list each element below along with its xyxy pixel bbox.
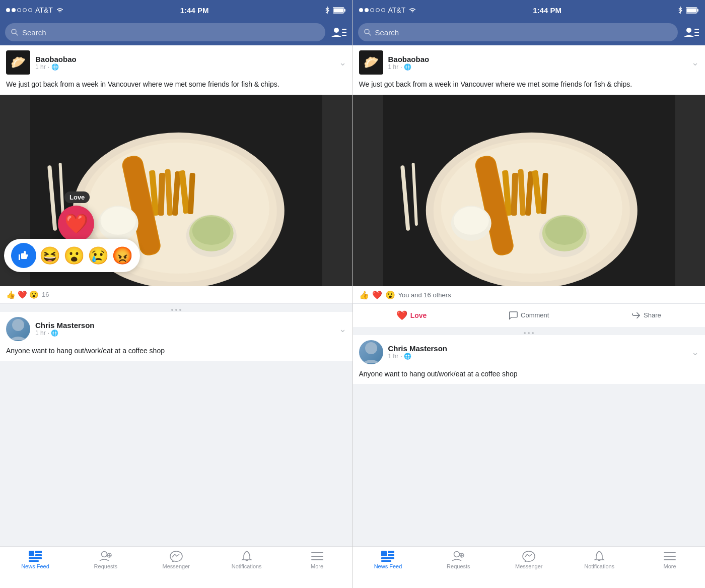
requests-icon-left xyxy=(99,551,112,562)
tab-label-news-feed-right: News Feed xyxy=(374,563,402,569)
post1-chevron-left[interactable]: ⌄ xyxy=(339,57,346,68)
signal-dots xyxy=(6,8,32,12)
status-bar-right: AT&T 1:44 PM xyxy=(353,0,706,20)
profile-icon-right[interactable] xyxy=(682,23,700,41)
post1-time-left: 1 hr · 🌐 xyxy=(35,63,77,71)
post2-left: Chris Masterson 1 hr · 🌐 ⌄ Anyone want t… xyxy=(0,312,352,361)
tab-requests-right[interactable]: Requests xyxy=(423,551,494,569)
share-btn-right[interactable]: Share xyxy=(588,306,705,325)
sep-dot1 xyxy=(171,309,173,311)
svg-point-6 xyxy=(334,28,339,33)
tab-news-feed-right[interactable]: News Feed xyxy=(353,551,424,569)
notifications-icon-left xyxy=(241,551,252,562)
post2-chevron-left[interactable]: ⌄ xyxy=(339,323,346,335)
news-feed-icon-right xyxy=(381,551,394,562)
svg-rect-45 xyxy=(697,9,698,12)
tab-more-left[interactable]: More xyxy=(282,551,352,569)
svg-rect-35 xyxy=(29,560,39,562)
dots-separator-right xyxy=(353,331,706,335)
post1-right: 🥟 Baobaobao 1 hr · 🌐 ⌄ We just got back … xyxy=(353,45,706,327)
tab-label-notifications-right: Notifications xyxy=(584,563,614,569)
tab-bar-left: News Feed Requests Messenger xyxy=(0,546,352,588)
globe-icon-left: 🌐 xyxy=(51,63,59,71)
dots-separator-left xyxy=(0,308,352,312)
svg-rect-73 xyxy=(381,551,387,556)
reactions-text-right: You and 16 others xyxy=(398,291,451,299)
love-btn-right[interactable]: ❤️ Love xyxy=(353,306,470,325)
search-input-left[interactable]: Search xyxy=(5,23,325,41)
search-bar-right[interactable]: Search xyxy=(353,20,706,45)
more-icon-right xyxy=(663,551,676,562)
sep-dot2 xyxy=(175,309,177,311)
wifi-icon-right xyxy=(408,7,416,13)
search-placeholder-left: Search xyxy=(22,28,46,37)
tab-messenger-left[interactable]: Messenger xyxy=(141,551,212,569)
tab-notifications-right[interactable]: Notifications xyxy=(564,551,634,569)
thumbs-up-icon xyxy=(18,249,30,262)
carrier-left: AT&T xyxy=(35,6,53,14)
reaction-count-left: 16 xyxy=(42,291,49,298)
notifications-icon-right xyxy=(594,551,605,562)
post1-chevron-right[interactable]: ⌄ xyxy=(691,57,699,68)
tab-messenger-right[interactable]: Messenger xyxy=(494,551,564,569)
post1-meta-left: Baobaobao 1 hr · 🌐 xyxy=(35,55,77,71)
love-emoji-right: ❤️ xyxy=(372,290,382,300)
dot5r xyxy=(381,8,385,12)
wow-reaction-btn[interactable]: 😮 xyxy=(63,245,85,266)
search-icon-left xyxy=(11,29,18,36)
post2-author-right: Chris Masterson xyxy=(388,344,448,353)
post2-time-left: 1 hr · 🌐 xyxy=(35,330,95,337)
post1-author-left: Baobaobao xyxy=(35,55,77,63)
search-bar-left[interactable]: Search xyxy=(0,20,352,45)
status-right-left xyxy=(325,7,346,14)
large-love-emoji[interactable]: ❤️ xyxy=(58,206,94,242)
angry-reaction-btn[interactable]: 😡 xyxy=(112,245,133,266)
post1-avatar-left: 🥟 xyxy=(6,50,30,75)
action-bar-right: ❤️ Love Comment Share xyxy=(353,303,706,327)
svg-rect-32 xyxy=(35,551,42,553)
svg-rect-31 xyxy=(29,551,34,556)
post1-author-right: Baobaobao xyxy=(388,55,430,63)
status-left: AT&T xyxy=(6,6,64,14)
tab-label-messenger-right: Messenger xyxy=(515,563,542,569)
tab-more-right[interactable]: More xyxy=(634,551,705,569)
comment-icon-right xyxy=(509,311,518,320)
post1-header-left: 🥟 Baobaobao 1 hr · 🌐 ⌄ xyxy=(0,45,352,80)
reaction-picker-bar: 😆 😮 😢 😡 xyxy=(4,239,140,272)
profile-icon-left[interactable] xyxy=(329,23,347,41)
svg-rect-46 xyxy=(686,8,696,12)
post1-image-left: Love ❤️ 😆 😮 😢 xyxy=(0,95,352,286)
messenger-icon-left xyxy=(170,551,183,562)
tab-notifications-left[interactable]: Notifications xyxy=(212,551,282,569)
comment-btn-right[interactable]: Comment xyxy=(470,306,588,325)
more-icon-left xyxy=(311,551,324,562)
tab-requests-left[interactable]: Requests xyxy=(70,551,141,569)
profile-menu-icon-right xyxy=(683,27,699,38)
post1-avatar-right: 🥟 xyxy=(359,50,383,75)
tab-bar-right: News Feed Requests Messenger xyxy=(353,546,706,588)
like-emoji-right: 👍 xyxy=(359,290,369,300)
requests-icon-right xyxy=(452,551,465,562)
svg-rect-76 xyxy=(381,557,394,559)
post2-header-info-left: Chris Masterson 1 hr · 🌐 xyxy=(6,317,95,341)
dot4r xyxy=(376,8,380,12)
svg-point-72 xyxy=(365,342,377,354)
svg-line-48 xyxy=(369,33,371,35)
dot4 xyxy=(23,8,27,12)
svg-rect-74 xyxy=(388,551,394,553)
haha-reaction-btn[interactable]: 😆 xyxy=(39,245,60,266)
search-input-right[interactable]: Search xyxy=(358,23,678,41)
dot5 xyxy=(28,8,32,12)
tab-news-feed-left[interactable]: News Feed xyxy=(0,551,70,569)
post2-chevron-right[interactable]: ⌄ xyxy=(691,347,699,358)
signal-dots-right xyxy=(359,8,385,12)
svg-line-5 xyxy=(16,33,18,35)
sep-dot2r xyxy=(528,332,530,334)
battery-icon-left xyxy=(333,7,346,14)
sad-reaction-btn[interactable]: 😢 xyxy=(88,245,109,266)
tab-label-more-left: More xyxy=(311,563,323,569)
like-reaction-btn[interactable] xyxy=(11,243,36,268)
post2-text-left: Anyone want to hang out/work/eat at a co… xyxy=(0,346,352,361)
food-image-svg-right xyxy=(353,95,706,286)
news-feed-icon-left xyxy=(29,551,42,562)
